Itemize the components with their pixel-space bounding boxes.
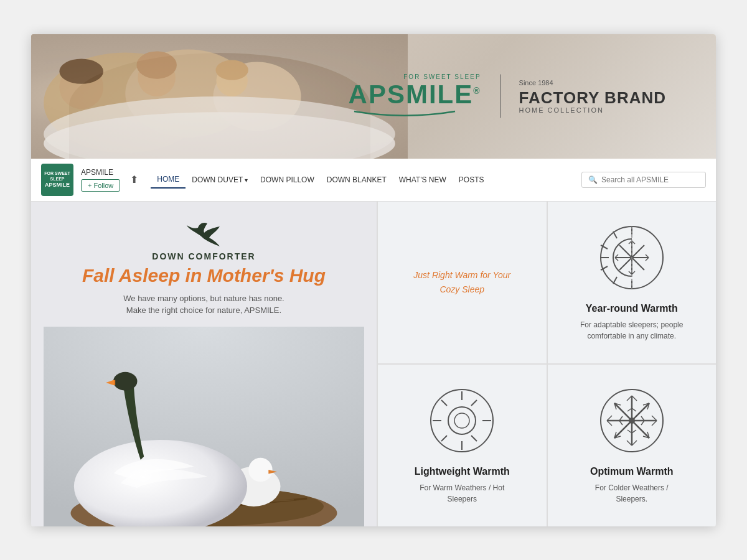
optimum-warmth-panel: Optimum Warmth For Colder Weathers / Sle… [548,365,716,526]
svg-point-22 [113,371,138,390]
year-round-icon [598,223,666,294]
svg-point-19 [248,457,273,482]
store-info: APSMILE + Follow [81,168,120,192]
brand-factory: Since 1984 FACTORY BRAND HOME COLLECTION [519,78,666,114]
svg-line-51 [441,400,447,406]
svg-point-56 [454,413,469,428]
swan-image [44,327,364,526]
nav-down-duvet[interactable]: DOWN DUVET [186,172,254,188]
brand-divider [500,75,500,118]
nav-down-pillow[interactable]: DOWN PILLOW [254,172,321,188]
lightweight-title: Lightweight Warmth [415,466,510,477]
factory-since: Since 1984 [519,78,666,86]
svg-point-55 [448,407,476,434]
store-name: APSMILE [81,168,120,177]
svg-line-27 [613,231,617,238]
follow-button[interactable]: + Follow [81,179,120,192]
lightweight-icon [428,386,496,457]
center-top-panel: Just Right Warm for Your Cozy Sleep [378,202,547,363]
hero-brand: FOR SWEET SLEEP APSMILE® Since 1984 FACT… [349,73,666,119]
year-round-desc: For adaptable sleepers; people comfortab… [580,319,683,342]
bird-icon [186,220,223,251]
svg-line-31 [613,277,617,284]
svg-point-7 [136,51,177,78]
brand-name: APSMILE® [349,81,481,107]
optimum-icon [598,386,666,457]
swan-illustration [44,327,364,526]
share-icon[interactable]: ⬆ [130,174,138,185]
svg-point-6 [59,58,103,83]
svg-line-53 [441,436,447,441]
lightweight-desc: For Warm Weathers / Hot Sleepers [420,482,504,505]
nav-home[interactable]: HOME [151,171,186,189]
product-category-label: DOWN COMFORTER [152,251,255,261]
factory-subtitle: HOME COLLECTION [519,106,666,114]
svg-line-52 [471,400,477,406]
search-icon: 🔍 [588,175,598,184]
year-round-title: Year-round Warmth [586,303,678,314]
svg-point-78 [629,418,635,424]
optimum-desc: For Colder Weathers / Sleepers. [595,482,669,505]
svg-line-54 [471,436,477,441]
nav-down-blanket[interactable]: DOWN BLANKET [321,172,393,188]
store-nav-bar: FOR SWEETSLEEPAPSMILE APSMILE + Follow ⬆… [31,159,716,202]
optimum-title: Optimum Warmth [590,466,674,477]
search-input[interactable] [601,175,699,184]
left-promo-panel: DOWN COMFORTER Fall Asleep in Mother's H… [31,202,377,526]
lightweight-warmth-panel: Lightweight Warmth For Warm Weathers / H… [378,365,547,526]
store-logo: FOR SWEETSLEEPAPSMILE [41,164,73,196]
svg-point-8 [215,60,248,80]
factory-title: FACTORY BRAND [519,88,666,106]
hero-banner: FOR SWEET SLEEP APSMILE® Since 1984 FACT… [31,34,716,159]
page-wrapper: FOR SWEET SLEEP APSMILE® Since 1984 FACT… [31,34,716,526]
nav-whats-new[interactable]: WHAT'S NEW [393,172,453,188]
year-round-warmth-panel: Year-round Warmth For adaptable sleepers… [548,202,716,363]
warm-tagline: Just Right Warm for Your Cozy Sleep [413,268,510,296]
main-navigation: HOME DOWN DUVET DOWN PILLOW DOWN BLANKET… [151,171,490,189]
nav-posts[interactable]: POSTS [453,172,491,188]
sub-text: We have many options, but nature has non… [123,292,284,317]
main-content-grid: DOWN COMFORTER Fall Asleep in Mother's H… [31,202,716,526]
main-headline: Fall Asleep in Mother's Hug [82,265,326,286]
search-bar[interactable]: 🔍 [581,172,706,188]
brand-logo: FOR SWEET SLEEP APSMILE® [349,73,481,119]
